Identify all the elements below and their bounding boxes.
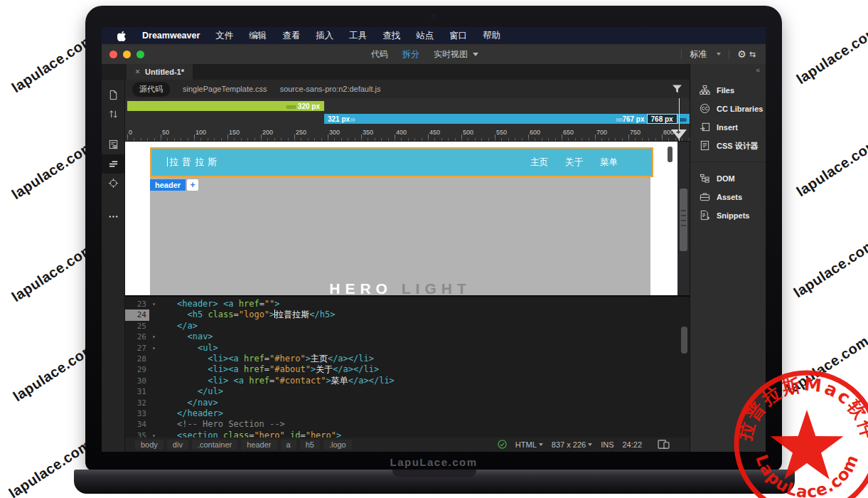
site-logo-text[interactable]: 拉普拉斯 [167,156,220,169]
code-scrollbar[interactable] [681,327,687,354]
line-number[interactable]: 35 [125,430,149,438]
filter-icon[interactable] [673,85,682,95]
code-line-27[interactable]: 27 <ul> [125,343,690,354]
element-badge-label[interactable]: header [150,179,186,191]
more-icon[interactable] [102,207,124,226]
close-window-button[interactable] [109,51,117,58]
tag-selector-body[interactable]: body [135,440,164,450]
source-code-button[interactable]: 源代码 [132,82,170,97]
nav-link-0[interactable]: 主页 [530,157,548,169]
related-file-1[interactable]: singlePageTemplate.css [183,85,267,93]
file-icon[interactable] [102,85,124,105]
chevrons-right-icon: ››› [350,114,355,124]
window-size-dropdown[interactable]: 837 x 226 [552,440,592,449]
code-line-28[interactable]: 28 <li><a href="#hero">主页</a></li> [125,354,690,364]
media-query-320[interactable]: ‹‹‹‹‹‹ 320 px [127,101,324,111]
line-number[interactable]: 31 [125,386,149,397]
line-number[interactable]: 25 [125,321,149,332]
code-line-33[interactable]: 33</header> [125,408,690,419]
panel-tab-css-designer[interactable]: CSS 设计器 [690,137,766,155]
workspace-selector[interactable]: 标准 [690,48,707,60]
tag-selector-logo[interactable]: .logo [323,440,352,450]
code-line-32[interactable]: 32 </nav> [125,398,690,408]
line-number[interactable]: 28 [125,354,149,364]
view-mode-1[interactable]: 拆分 [402,48,419,60]
panel-tab-assets[interactable]: Assets [690,188,766,206]
zoom-window-button[interactable] [136,51,144,58]
line-number[interactable]: 27 [125,343,149,354]
fold-arrow-icon[interactable] [149,332,159,342]
separator [681,49,682,59]
related-file-2[interactable]: source-sans-pro:n2:default.js [280,85,381,93]
tag-selector-div[interactable]: div [167,440,188,450]
document-tab[interactable]: × Untitled-1* [127,64,193,80]
fold-arrow-icon[interactable] [149,430,159,438]
line-number[interactable]: 33 [125,408,149,419]
panel-tab-insert[interactable]: Insert [690,118,766,137]
menu-item-4[interactable]: 工具 [349,30,367,42]
add-element-button[interactable]: + [187,179,198,191]
fold-gutter [149,386,159,397]
format-source-icon[interactable] [102,154,124,174]
menu-item-1[interactable]: 编辑 [249,30,267,42]
line-number[interactable]: 23 [125,299,149,309]
code-line-30[interactable]: 30 <li> <a href="#contact">菜单</a></li> [125,376,690,386]
sync-arrows-icon[interactable] [102,105,124,124]
panel-tab-files[interactable]: Files [690,81,766,100]
tag-selector-a[interactable]: a [281,440,296,450]
panel-tab-cc-libraries[interactable]: CC Libraries [690,100,766,118]
inspect-icon[interactable] [102,174,124,193]
code-line-24[interactable]: 24 <h5 class="logo">拉普拉斯</h5> [125,309,690,320]
panel-tab-dom[interactable]: DOM [690,169,766,188]
viewport-scrubber-handle[interactable]: + [671,129,687,140]
fold-arrow-icon[interactable] [149,299,159,309]
line-number[interactable]: 26 [125,332,149,342]
media-query-321-767[interactable]: 321 px ››› ‹‹‹‹ 767 px 768 px ›››› [324,114,690,124]
code-line-29[interactable]: 29 <li><a href="#about">关于</a></li> [125,364,690,375]
code-line-25[interactable]: 25</a> [125,321,690,332]
element-badge[interactable]: header + [150,179,198,191]
doc-type-dropdown[interactable]: HTML [515,440,543,449]
line-number[interactable]: 24 [125,309,149,320]
tag-selector-container[interactable]: .container [192,440,237,450]
device-preview-icon[interactable] [658,440,670,450]
nav-link-1[interactable]: 关于 [565,157,583,169]
hero-section[interactable]: HERO LIGHT [150,177,650,295]
tag-selector-h5[interactable]: h5 [300,440,320,450]
code-line-23[interactable]: 23<header> <a href=""> [125,299,690,309]
menu-item-2[interactable]: 查看 [282,30,300,42]
gear-icon[interactable]: ⚙ [737,48,746,60]
code-line-31[interactable]: 31 </ul> [125,386,690,397]
minimize-window-button[interactable] [123,51,131,58]
collapse-panels-icon[interactable]: « [756,64,766,74]
media-query-768-marker[interactable]: 768 px [647,114,677,124]
tag-selector-header[interactable]: header [241,440,277,450]
app-name[interactable]: Dreamweaver [142,31,200,41]
close-tab-icon[interactable]: × [135,67,140,77]
code-line-26[interactable]: 26 <nav> [125,332,690,342]
panel-tab-snippets[interactable]: Snippets [690,206,766,225]
viewport-resize-handle[interactable] [680,189,687,251]
line-number[interactable]: 30 [125,376,149,386]
line-number[interactable]: 34 [125,419,149,430]
line-number[interactable]: 29 [125,364,149,375]
code-line-35[interactable]: 35<section class="hero" id="hero"> [125,430,690,438]
menu-item-7[interactable]: 窗口 [449,30,467,42]
fold-arrow-icon[interactable] [149,343,159,354]
live-view-scrollbar[interactable] [668,147,673,162]
menu-item-5[interactable]: 查找 [382,30,400,42]
menu-item-3[interactable]: 插入 [316,30,333,42]
live-code-icon[interactable] [102,135,124,154]
view-mode-2[interactable]: 实时视图 [434,48,468,60]
menu-item-6[interactable]: 站点 [416,30,434,42]
selected-header-element[interactable]: 拉普拉斯 主页关于菜单 [150,147,653,177]
menu-item-8[interactable]: 帮助 [483,30,500,42]
view-mode-0[interactable]: 代码 [371,48,388,60]
sync-arrows-icon[interactable]: ⇆ [749,50,756,59]
apple-icon[interactable] [117,31,127,41]
code-line-34[interactable]: 34<!-- Hero Section --> [125,419,690,430]
menu-item-0[interactable]: 文件 [215,30,233,42]
line-number[interactable]: 32 [125,398,149,408]
nav-link-2[interactable]: 菜单 [600,157,618,169]
code-view[interactable]: 23<header> <a href="">24 <h5 class="logo… [125,297,690,438]
